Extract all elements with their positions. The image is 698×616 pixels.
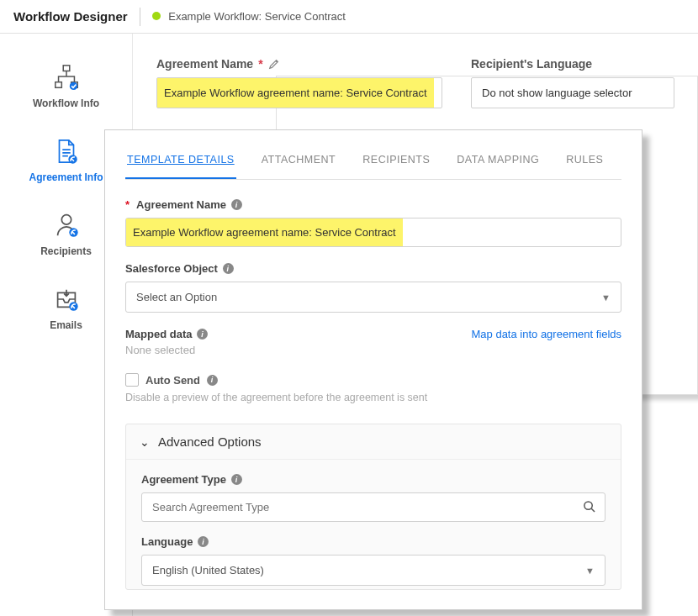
recipient-language-select[interactable] <box>471 77 674 108</box>
search-icon <box>583 500 595 515</box>
modal-tabs: TEMPLATE DETAILS ATTACHMENT RECIPIENTS D… <box>125 147 621 180</box>
sidebar-item-label: Agreement Info <box>29 171 103 183</box>
agreement-type-label: Agreement Type i <box>141 473 605 486</box>
modal-agreement-name-input[interactable] <box>125 218 621 247</box>
inbox-icon <box>51 284 82 314</box>
language-label: Language i <box>141 535 605 548</box>
info-icon[interactable]: i <box>231 199 242 210</box>
info-icon[interactable]: i <box>198 536 209 547</box>
agreement-name-label: Agreement Name* <box>156 57 442 71</box>
auto-send-help: Disable a preview of the agreement befor… <box>125 392 621 403</box>
salesforce-object-label: Salesforce Object i <box>125 262 621 275</box>
advanced-options-toggle[interactable]: ⌄ Advanced Options <box>126 424 621 460</box>
info-icon[interactable]: i <box>207 375 218 386</box>
agreement-name-input[interactable] <box>156 77 442 108</box>
tab-rules[interactable]: RULES <box>564 147 605 179</box>
status-dot-icon <box>152 12 161 20</box>
person-icon <box>51 210 82 240</box>
salesforce-object-select[interactable]: Select an Option ▼ <box>125 282 621 313</box>
sidebar-item-workflow-info[interactable]: Workflow Info <box>0 50 132 124</box>
info-icon[interactable]: i <box>197 329 208 340</box>
sidebar-item-label: Recipients <box>40 245 92 257</box>
workflow-status: Example Workflow: Service Contract <box>152 10 346 23</box>
auto-send-checkbox[interactable] <box>125 373 139 387</box>
template-modal: DF ement o sending TEMPLATE DETAILS ATTA… <box>104 129 642 610</box>
mapped-data-none: None selected <box>125 344 621 356</box>
vertical-separator <box>140 8 140 26</box>
svg-rect-0 <box>63 66 70 71</box>
document-icon <box>51 136 82 166</box>
sidebar-item-label: Workflow Info <box>33 97 99 109</box>
tab-attachment[interactable]: ATTACHMENT <box>260 147 338 179</box>
svg-rect-1 <box>55 82 61 88</box>
workflow-name: Example Workflow: Service Contract <box>168 10 346 23</box>
required-marker: * <box>258 57 262 71</box>
required-marker: * <box>125 198 130 211</box>
app-title: Workflow Designer <box>13 9 128 24</box>
caret-down-icon: ▼ <box>585 566 595 576</box>
modal-agreement-name-label: * Agreement Name i <box>125 198 621 211</box>
tab-template-details[interactable]: TEMPLATE DETAILS <box>125 147 236 179</box>
svg-point-3 <box>69 82 77 90</box>
caret-down-icon: ▼ <box>601 292 611 303</box>
tab-data-mapping[interactable]: DATA MAPPING <box>455 147 541 179</box>
mapped-data-label: Mapped data i <box>125 328 208 340</box>
info-icon[interactable]: i <box>223 263 234 274</box>
advanced-options-panel: ⌄ Advanced Options Agreement Type i Lang… <box>125 424 621 590</box>
pencil-icon[interactable] <box>268 58 280 70</box>
chevron-down-icon: ⌄ <box>140 435 150 449</box>
recipient-language-label: Recipient's Language <box>471 57 674 71</box>
svg-point-8 <box>584 501 592 508</box>
map-data-link[interactable]: Map data into agreement fields <box>472 328 622 340</box>
auto-send-label: Auto Send <box>145 374 200 387</box>
sidebar-item-label: Emails <box>50 319 82 331</box>
topbar: Workflow Designer Example Workflow: Serv… <box>0 0 698 34</box>
language-select[interactable]: English (United States) ▼ <box>141 555 605 586</box>
svg-point-5 <box>61 215 71 224</box>
sitemap-icon <box>51 62 82 92</box>
info-icon[interactable]: i <box>231 474 242 485</box>
tab-recipients[interactable]: RECIPIENTS <box>361 147 431 179</box>
agreement-type-search[interactable] <box>141 492 605 522</box>
